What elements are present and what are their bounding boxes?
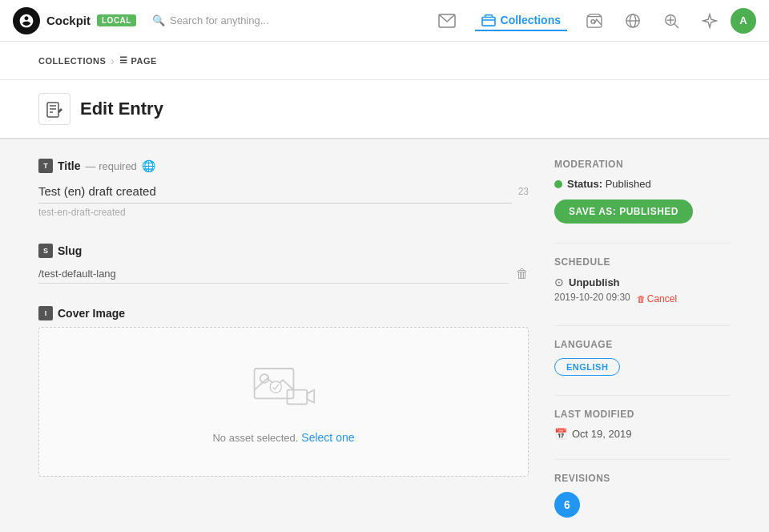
slug-field-label: Slug — [58, 244, 82, 257]
save-published-button[interactable]: SAVE AS: PUBLISHED — [554, 200, 693, 224]
compass-icon[interactable] — [699, 10, 721, 32]
svg-line-9 — [674, 23, 678, 27]
svg-marker-12 — [703, 14, 716, 26]
schedule-date: 2019-10-20 09:30 — [554, 292, 630, 303]
revisions-title: Revisions — [554, 473, 731, 484]
breadcrumb-separator: › — [111, 54, 115, 67]
title-input-row: 23 — [38, 179, 529, 204]
schedule-title: Schedule — [554, 256, 731, 268]
svg-rect-1 — [482, 17, 495, 26]
topnav: Cockpit LOCAL 🔍 Search for anything... C… — [0, 0, 769, 42]
title-field-label: Title — [58, 159, 81, 172]
cover-image-select-link[interactable]: Select one — [301, 431, 354, 444]
language-title: Language — [554, 339, 731, 350]
cover-image-field-section: I Cover Image — [38, 306, 529, 477]
schedule-clock-icon: ⊙ — [554, 276, 564, 288]
svg-rect-19 — [287, 390, 307, 405]
magnify-icon[interactable] — [660, 10, 682, 32]
slug-value: /test-default-lang — [38, 264, 509, 284]
divider-4 — [554, 459, 731, 460]
slug-field-section: S Slug /test-default-lang 🗑 — [38, 244, 529, 284]
nav-center-icons: Collections — [435, 10, 721, 32]
language-section: Language ENGLISH — [554, 339, 731, 376]
collections-label: Collections — [501, 14, 561, 26]
revisions-section: Revisions 6 — [554, 473, 731, 518]
cover-image-label: Cover Image — [58, 307, 125, 320]
slug-row: /test-default-lang 🗑 — [38, 264, 529, 284]
svg-marker-20 — [307, 390, 314, 403]
slug-type-icon: S — [38, 244, 53, 258]
cover-image-label-row: I Cover Image — [38, 306, 529, 320]
assets-icon[interactable] — [583, 10, 606, 31]
sidebar: Moderation Status: Published SAVE AS: PU… — [554, 159, 731, 532]
cancel-link[interactable]: 🗑 Cancel — [637, 293, 677, 304]
calendar-icon: 📅 — [554, 428, 567, 440]
title-field-section: T Title — required 🌐 23 test-en-draft-cr… — [38, 159, 529, 221]
globe-icon[interactable] — [622, 10, 644, 32]
search-icon: 🔍 — [152, 14, 165, 26]
svg-point-4 — [591, 19, 595, 23]
unpublish-label[interactable]: Unpublish — [569, 276, 620, 288]
unpublish-row: ⊙ Unpublish — [554, 276, 731, 288]
divider-3 — [554, 395, 731, 396]
page-header: Edit Entry — [0, 80, 769, 139]
search-bar[interactable]: 🔍 Search for anything... — [152, 14, 269, 26]
title-label-row: T Title — required 🌐 — [38, 159, 529, 173]
breadcrumb: COLLECTIONS › ☰ PAGE — [0, 42, 769, 80]
title-type-icon: T — [38, 159, 53, 173]
last-modified-row: 📅 Oct 19, 2019 — [554, 428, 731, 440]
last-modified-section: Last Modified 📅 Oct 19, 2019 — [554, 409, 731, 440]
status-text: Status: Published — [567, 178, 651, 190]
logo[interactable]: Cockpit LOCAL — [13, 7, 136, 34]
slug-label-row: S Slug — [38, 244, 529, 258]
moderation-title: Moderation — [554, 159, 731, 170]
divider-2 — [554, 325, 731, 326]
logo-icon — [13, 7, 40, 34]
revisions-badge[interactable]: 6 — [554, 492, 580, 518]
divider-1 — [554, 243, 731, 244]
cover-image-dropzone[interactable]: No asset selected. Select one — [38, 327, 529, 477]
cover-image-placeholder-icon — [252, 360, 316, 418]
svg-rect-13 — [47, 103, 58, 117]
schedule-section: Schedule ⊙ Unpublish 2019-10-20 09:30 🗑 … — [554, 256, 731, 306]
breadcrumb-collections[interactable]: COLLECTIONS — [38, 56, 106, 66]
main-layout: T Title — required 🌐 23 test-en-draft-cr… — [0, 139, 769, 532]
title-input[interactable] — [38, 179, 512, 204]
slug-delete-icon[interactable]: 🗑 — [516, 267, 529, 281]
svg-point-21 — [270, 381, 281, 393]
title-slug-preview: test-en-draft-created — [38, 204, 529, 221]
language-badge[interactable]: ENGLISH — [554, 358, 620, 376]
page-title: Edit Entry — [80, 99, 163, 119]
title-required-text: — required — [86, 160, 137, 172]
title-char-count: 23 — [518, 186, 529, 197]
status-row: Status: Published — [554, 178, 731, 190]
inbox-icon[interactable] — [435, 10, 459, 31]
last-modified-title: Last Modified — [554, 409, 731, 420]
last-modified-date: Oct 19, 2019 — [572, 428, 631, 440]
moderation-section: Moderation Status: Published SAVE AS: PU… — [554, 159, 731, 224]
cover-type-icon: I — [38, 306, 53, 320]
env-badge: LOCAL — [97, 14, 136, 26]
search-placeholder: Search for anything... — [170, 14, 269, 26]
cover-image-no-asset: No asset selected. Select one — [212, 431, 354, 444]
title-globe-icon: 🌐 — [142, 159, 155, 172]
collections-nav-item[interactable]: Collections — [475, 10, 567, 31]
page-lines-icon: ☰ — [119, 55, 128, 66]
status-dot — [554, 180, 562, 188]
user-avatar[interactable]: A — [731, 8, 756, 34]
breadcrumb-page: ☰ PAGE — [119, 55, 157, 66]
app-name: Cockpit — [46, 14, 91, 27]
edit-entry-icon — [38, 93, 70, 125]
main-content: T Title — required 🌐 23 test-en-draft-cr… — [38, 159, 554, 532]
